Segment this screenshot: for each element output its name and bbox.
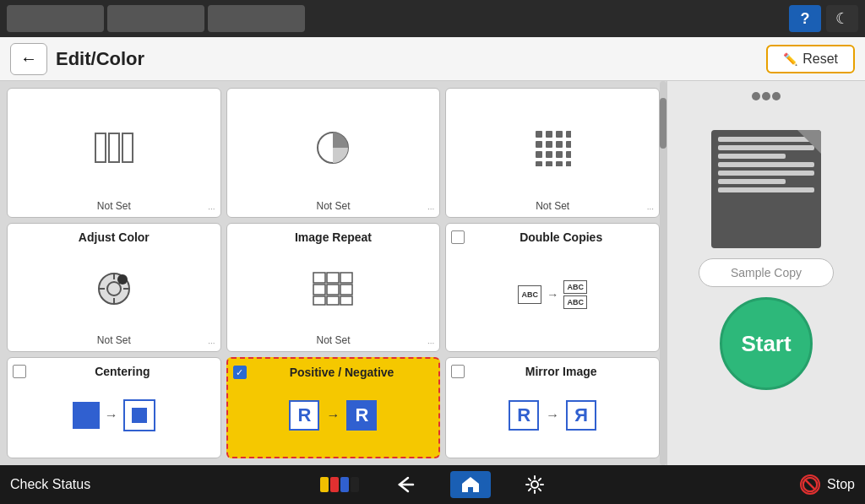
check-status-label[interactable]: Check Status <box>10 477 145 492</box>
centering-title-row: Centering <box>13 365 215 378</box>
card-icon-pn: R → R <box>233 379 434 452</box>
card-mirror-image[interactable]: Mirror Image R → R <box>445 357 660 458</box>
adjust-color-status: Not Set <box>97 334 131 346</box>
card-not-set-2[interactable]: Not Set ··· <box>226 88 441 218</box>
double-copies-checkbox[interactable] <box>451 230 465 244</box>
bottom-icons <box>145 471 720 498</box>
sleep-button[interactable]: ☾ <box>826 5 858 32</box>
card-status-2: Not Set <box>316 200 350 212</box>
svg-rect-28 <box>327 273 339 283</box>
svg-point-38 <box>772 92 781 100</box>
image-repeat-status: Not Set <box>316 334 350 346</box>
adjust-color-title: Adjust Color <box>13 230 215 244</box>
ink-indicator[interactable] <box>320 477 359 492</box>
svg-rect-12 <box>536 151 542 158</box>
stop-label[interactable]: Stop <box>827 477 855 492</box>
doc-corner <box>797 130 821 154</box>
ink-blue <box>340 477 349 492</box>
svg-rect-19 <box>566 161 571 166</box>
reset-button[interactable]: ✏️ Reset <box>766 45 855 73</box>
svg-rect-35 <box>340 296 352 305</box>
document-preview <box>711 130 821 248</box>
top-tab-1[interactable] <box>7 5 104 32</box>
top-tab-3[interactable] <box>208 5 305 32</box>
svg-point-39 <box>531 481 538 488</box>
card-double-copies[interactable]: Double Copies ABC → ABC ABC <box>445 223 660 353</box>
svg-point-22 <box>117 274 128 285</box>
svg-point-37 <box>762 92 770 100</box>
image-repeat-title-row: Image Repeat <box>232 230 435 244</box>
svg-rect-2 <box>122 133 133 162</box>
card-adjust-color[interactable]: Adjust Color Not Set ··· <box>7 223 221 353</box>
centering-checkbox[interactable] <box>13 365 26 378</box>
svg-rect-0 <box>95 133 106 162</box>
card-not-set-3[interactable]: Not Set ··· <box>445 88 660 218</box>
home-icon-button[interactable] <box>450 471 491 498</box>
svg-rect-18 <box>556 161 563 166</box>
settings-icon-button[interactable] <box>525 474 545 495</box>
svg-rect-5 <box>546 131 552 138</box>
card-icon-image-repeat <box>232 244 435 335</box>
help-button[interactable]: ? <box>789 5 821 32</box>
card-status-3: Not Set <box>536 200 569 212</box>
card-not-set-1[interactable]: Not Set ··· <box>7 88 221 218</box>
mirror-title-row: Mirror Image <box>451 365 654 378</box>
center-sq-solid <box>73 402 100 429</box>
card-dots-2: ··· <box>427 204 434 214</box>
svg-rect-17 <box>546 161 552 166</box>
start-button[interactable]: Start <box>720 297 813 390</box>
double-copies-title-row: Double Copies <box>451 230 654 244</box>
reset-icon: ✏️ <box>783 52 797 66</box>
ink-black <box>351 477 359 492</box>
back-button[interactable]: ← <box>10 43 47 75</box>
svg-rect-34 <box>327 296 339 305</box>
card-icon-mirror: R → R <box>451 378 654 453</box>
card-dots-adjust: ··· <box>208 339 215 348</box>
image-repeat-title: Image Repeat <box>232 230 435 244</box>
print-preview-icon <box>749 89 783 120</box>
svg-rect-7 <box>566 131 571 138</box>
pn-r-normal: R <box>289 400 319 431</box>
card-dots-1: ··· <box>208 204 215 214</box>
svg-rect-30 <box>313 285 325 295</box>
main-area: Not Set ··· Not Set ··· <box>0 81 865 465</box>
card-positive-negative[interactable]: ✓ Positive / Negative R → R <box>226 357 441 458</box>
svg-point-36 <box>752 92 760 100</box>
doc-line-4 <box>718 162 814 167</box>
mirror-r-normal: R <box>509 400 539 431</box>
stop-icon <box>802 475 819 494</box>
pn-checkbox[interactable]: ✓ <box>233 366 247 379</box>
top-tabs <box>7 5 305 32</box>
top-tab-2[interactable] <box>107 5 204 32</box>
adjust-color-title-row: Adjust Color <box>13 230 215 244</box>
card-dots-image-repeat: ··· <box>427 339 434 348</box>
scroll-thumb[interactable] <box>660 98 666 149</box>
svg-rect-4 <box>536 131 542 138</box>
doc-line-6 <box>718 179 786 184</box>
page-title: Edit/Color <box>56 48 144 70</box>
mirror-checkbox[interactable] <box>451 365 465 378</box>
card-icon-double-copies: ABC → ABC ABC <box>451 244 654 347</box>
dc-box-bottom: ABC <box>563 295 587 309</box>
dc-stack: ABC ABC <box>563 280 587 309</box>
doc-line-5 <box>718 171 814 176</box>
svg-rect-10 <box>556 141 563 148</box>
sample-copy-button[interactable]: Sample Copy <box>699 258 834 287</box>
scroll-bar[interactable] <box>660 81 666 465</box>
double-copies-title: Double Copies <box>468 230 654 244</box>
stop-sign[interactable] <box>800 474 820 495</box>
back-icon <box>393 474 416 495</box>
doc-line-3 <box>718 154 786 159</box>
svg-rect-31 <box>327 285 339 295</box>
right-panel: Sample Copy Start <box>666 81 865 465</box>
svg-point-40 <box>803 478 817 491</box>
mirror-title: Mirror Image <box>468 365 654 378</box>
settings-icon <box>525 474 545 495</box>
mirror-r-flipped: R <box>566 400 596 431</box>
card-image-repeat[interactable]: Image Repeat Not Set ··· <box>226 223 441 353</box>
pn-icon-group: R → R <box>289 400 377 431</box>
card-centering[interactable]: Centering → <box>7 357 221 458</box>
svg-rect-32 <box>340 285 352 295</box>
svg-rect-9 <box>546 141 552 148</box>
back-icon-button[interactable] <box>393 474 416 495</box>
